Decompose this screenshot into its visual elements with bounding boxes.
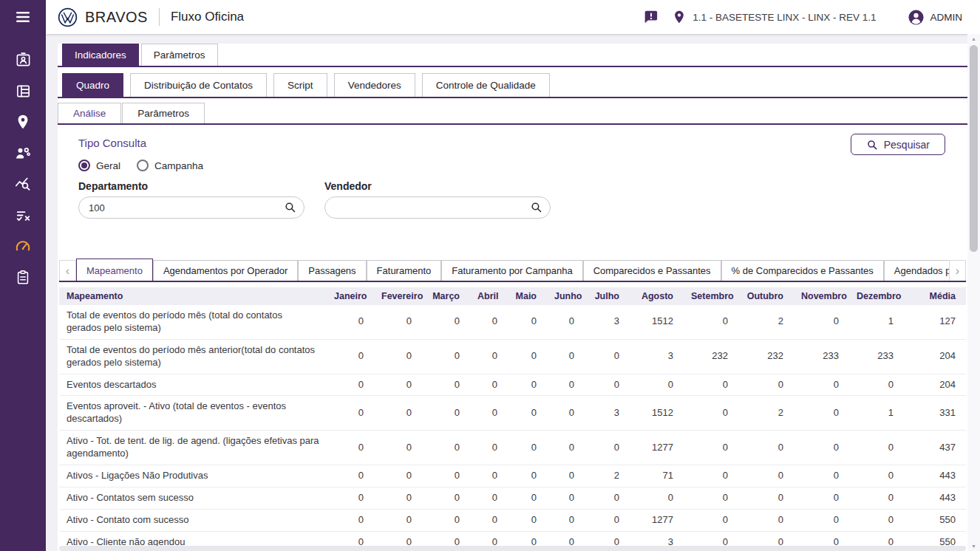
tab-script[interactable]: Script xyxy=(273,73,327,97)
sidebar-item-analytics[interactable] xyxy=(8,168,38,199)
spacer xyxy=(58,219,967,259)
sidebar-item-list[interactable] xyxy=(8,75,38,106)
radio-label: Geral xyxy=(96,160,120,171)
cell-value: 0 xyxy=(470,487,508,509)
cell-value: 1277 xyxy=(630,431,684,465)
tabs-scroll-right-button[interactable]: › xyxy=(949,260,966,281)
cell-value: 0 xyxy=(374,487,422,509)
cell-value: 3 xyxy=(630,339,684,374)
cell-value: 0 xyxy=(508,487,547,509)
table-row[interactable]: Total de eventos do período mês (total d… xyxy=(59,305,966,339)
tab-mapeamento[interactable]: Mapeamento xyxy=(76,259,153,281)
tab-análise[interactable]: Análise xyxy=(58,103,121,123)
vendedor-input[interactable] xyxy=(324,196,551,219)
scroll-down-arrow[interactable]: ▼ xyxy=(967,541,980,551)
tab-faturamento-por-campanha[interactable]: Faturamento por Campanha xyxy=(441,260,582,281)
search-icon[interactable] xyxy=(284,201,296,213)
table-row[interactable]: Ativo - Contato com sucesso0000000127700… xyxy=(59,509,966,531)
cell-value: 2 xyxy=(738,396,794,431)
tab-comparecidos-e-passantes[interactable]: Comparecidos e Passantes xyxy=(583,260,721,281)
cell-value: 1 xyxy=(849,396,904,431)
tab-quadro[interactable]: Quadro xyxy=(62,73,123,97)
tabs-scroll-left-button[interactable]: ‹ xyxy=(59,260,76,281)
tab-vendedores[interactable]: Vendedores xyxy=(334,73,415,97)
cell-value: 0 xyxy=(327,487,374,509)
cell-value: 0 xyxy=(849,487,904,509)
search-icon xyxy=(866,139,878,151)
horizontal-scrollbar[interactable] xyxy=(59,546,966,551)
tab-distribuição-de-contatos[interactable]: Distribuição de Contatos xyxy=(130,73,267,97)
table-row[interactable]: Total de eventos do período mês anterior… xyxy=(59,339,966,374)
cell-value: 0 xyxy=(547,431,585,465)
radio-geral[interactable]: Geral xyxy=(78,160,120,171)
column-header-março: Março xyxy=(422,287,470,305)
row-label: Total de eventos do período mês (total d… xyxy=(59,305,327,339)
cell-value: 0 xyxy=(508,465,547,487)
cell-value: 0 xyxy=(630,487,684,509)
topbar-right: 1.1 - BASETESTE LINX - LINX - REV 1.1 AD… xyxy=(642,9,962,26)
tab-controle-de-qualidade[interactable]: Controle de Qualidade xyxy=(422,73,550,97)
table-row[interactable]: Eventos aproveit. - Ativo (total de even… xyxy=(59,396,966,431)
column-header-novembro: Novembro xyxy=(794,287,849,305)
tab-agendados-p-mês-vs-comp[interactable]: Agendados p/mês VS. comp xyxy=(884,260,949,281)
vendedor-label: Vendedor xyxy=(324,180,551,192)
table-row[interactable]: Ativo - Contatos sem sucesso000000000000… xyxy=(59,487,966,509)
cell-value: 1 xyxy=(849,305,904,339)
cell-value: 1512 xyxy=(630,305,684,339)
tab-parâmetros[interactable]: Parâmetros xyxy=(141,44,218,66)
cell-value: 0 xyxy=(374,465,422,487)
sidebar-item-clipboard[interactable] xyxy=(8,261,38,292)
cell-value: 1512 xyxy=(630,396,684,431)
report-tabs: MapeamentoAgendamentos por OperadorPassa… xyxy=(76,259,949,281)
cell-value: 233 xyxy=(849,339,904,374)
user-avatar-icon xyxy=(908,9,925,26)
scroll-up-arrow[interactable]: ▲ xyxy=(967,34,980,44)
tab-parâmetros[interactable]: Parâmetros xyxy=(122,103,205,123)
user-menu[interactable]: ADMIN xyxy=(908,9,963,26)
scrollbar-thumb[interactable] xyxy=(970,45,978,252)
sidebar-item-contacts[interactable] xyxy=(8,44,38,75)
tab-%-de-comparecidos-e-passantes[interactable]: % de Comparecidos e Passantes xyxy=(721,260,884,281)
radio-campanha[interactable]: Campanha xyxy=(137,160,203,171)
menu-button[interactable] xyxy=(0,0,46,34)
report-table-wrap: MapeamentoJaneiroFevereiroMarçoAbrilMaio… xyxy=(59,282,966,551)
table-row[interactable]: Ativos - Ligações Não Produtivas00000027… xyxy=(59,465,966,487)
cell-value: 0 xyxy=(794,509,849,531)
search-button[interactable]: Pesquisar xyxy=(851,134,945,155)
sidebar-nav xyxy=(8,34,38,292)
cell-value: 0 xyxy=(327,465,374,487)
cell-value: 0 xyxy=(327,396,374,431)
table-row[interactable]: Ativo - Tot. de tent. de lig. de agend. … xyxy=(59,431,966,465)
header-divider xyxy=(159,8,160,26)
location-pin-icon xyxy=(15,114,31,130)
sidebar-item-indicators[interactable] xyxy=(8,230,38,261)
cell-value: 0 xyxy=(508,305,547,339)
brand-name: BRAVOS xyxy=(85,9,148,26)
radio-dot xyxy=(137,160,149,171)
alert-button[interactable] xyxy=(642,9,659,25)
row-label: Eventos descartados xyxy=(59,374,327,396)
row-label: Ativo - Tot. de tent. de lig. de agend. … xyxy=(59,431,327,465)
environment-selector[interactable]: 1.1 - BASETESTE LINX - LINX - REV 1.1 xyxy=(672,10,876,24)
sidebar-item-users[interactable] xyxy=(8,137,38,168)
tab-passagens[interactable]: Passagens xyxy=(298,260,366,281)
chart-search-icon xyxy=(14,175,32,193)
tab-agendamentos-por-operador[interactable]: Agendamentos por Operador xyxy=(153,260,298,281)
tab-indicadores[interactable]: Indicadores xyxy=(62,44,139,66)
badge-card-icon xyxy=(15,52,32,69)
cell-media: 331 xyxy=(904,396,966,431)
departamento-input[interactable] xyxy=(78,196,304,219)
cell-value: 0 xyxy=(327,339,374,374)
search-icon[interactable] xyxy=(530,201,542,213)
vertical-scrollbar[interactable]: ▲ ▼ xyxy=(967,34,980,551)
cell-value: 0 xyxy=(794,465,849,487)
cell-value: 0 xyxy=(508,509,547,531)
cell-value: 0 xyxy=(422,509,470,531)
cell-value: 0 xyxy=(794,487,849,509)
sidebar-item-tasks[interactable] xyxy=(8,199,38,230)
main-area: BRAVOS Fluxo Oficina 1.1 - BASETESTE LIN… xyxy=(46,0,980,551)
sidebar-item-locations[interactable] xyxy=(8,106,38,137)
cell-value: 0 xyxy=(470,509,508,531)
tab-faturamento[interactable]: Faturamento xyxy=(367,260,442,281)
table-row[interactable]: Eventos descartados000000000000204 xyxy=(59,374,966,396)
